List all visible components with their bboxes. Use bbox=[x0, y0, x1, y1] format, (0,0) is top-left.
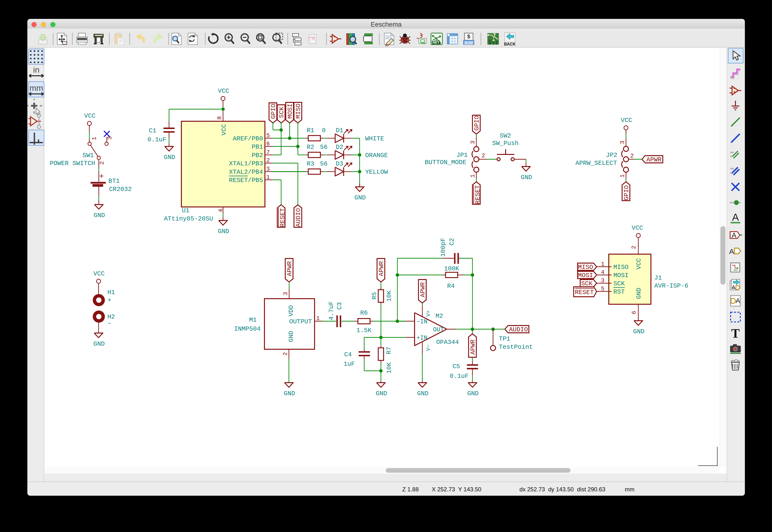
svg-text:R3: R3 bbox=[306, 160, 314, 167]
svg-text:SW2: SW2 bbox=[500, 132, 511, 139]
svg-text:APRW_SELECT: APRW_SELECT bbox=[575, 160, 617, 167]
svg-text:APWR: APWR bbox=[286, 261, 293, 276]
svg-text:56: 56 bbox=[320, 144, 327, 151]
svg-text:C2: C2 bbox=[448, 238, 456, 245]
svg-text:GPIO: GPIO bbox=[270, 104, 277, 119]
svg-text:10K: 10K bbox=[385, 362, 393, 373]
svg-text:A: A bbox=[729, 247, 734, 255]
svg-text:A: A bbox=[732, 212, 739, 223]
svg-text:SCK: SCK bbox=[613, 280, 625, 287]
svg-text:3: 3 bbox=[282, 292, 289, 295]
svg-text:V+: V+ bbox=[426, 310, 432, 317]
svg-text:M2: M2 bbox=[436, 312, 443, 320]
svg-text:RST: RST bbox=[613, 288, 625, 296]
svg-text:JP1: JP1 bbox=[457, 152, 468, 159]
svg-text:7: 7 bbox=[266, 149, 270, 156]
svg-text:VDD: VDD bbox=[287, 305, 295, 317]
svg-text:MOSI: MOSI bbox=[578, 272, 593, 279]
svg-text:10K: 10K bbox=[385, 290, 393, 302]
svg-text:100pF: 100pF bbox=[440, 238, 447, 257]
svg-text:BUTTON_MODE: BUTTON_MODE bbox=[425, 159, 467, 166]
svg-text:MOSI: MOSI bbox=[613, 272, 628, 279]
svg-text:2: 2 bbox=[266, 157, 270, 164]
svg-text:GND: GND bbox=[521, 174, 532, 181]
svg-text:VCC: VCC bbox=[93, 270, 105, 277]
svg-text:C1: C1 bbox=[149, 127, 156, 134]
svg-text:0.1uF: 0.1uF bbox=[147, 136, 166, 143]
svg-text:0.1uF: 0.1uF bbox=[450, 372, 469, 380]
svg-text:PB2: PB2 bbox=[251, 152, 263, 159]
svg-text:in: in bbox=[33, 65, 39, 74]
svg-text:100K: 100K bbox=[444, 265, 460, 272]
svg-text:1: 1 bbox=[601, 261, 604, 267]
svg-text:OUT: OUT bbox=[433, 326, 444, 333]
svg-text:U1: U1 bbox=[182, 207, 189, 214]
svg-text:XTAL1/PB3: XTAL1/PB3 bbox=[229, 160, 263, 167]
svg-text:APWR: APWR bbox=[419, 282, 427, 297]
svg-text:A: A bbox=[732, 231, 736, 239]
svg-text:BOM: BOM bbox=[465, 41, 473, 45]
svg-text:3: 3 bbox=[601, 277, 604, 284]
svg-text:GND: GND bbox=[218, 228, 229, 235]
svg-text:RESET: RESET bbox=[575, 289, 594, 296]
svg-text:D2: D2 bbox=[335, 144, 343, 151]
svg-text:2: 2 bbox=[631, 246, 637, 249]
svg-text:$: $ bbox=[467, 33, 470, 39]
svg-text:GND: GND bbox=[635, 288, 643, 299]
svg-text:5: 5 bbox=[266, 132, 270, 139]
svg-text:V−: V− bbox=[426, 345, 432, 351]
svg-text:POWER SWITCH: POWER SWITCH bbox=[50, 160, 95, 167]
svg-text:0: 0 bbox=[322, 127, 326, 134]
svg-text:56: 56 bbox=[320, 160, 327, 167]
svg-text:8: 8 bbox=[216, 116, 223, 120]
svg-text:TestPoint: TestPoint bbox=[499, 343, 533, 351]
svg-text:PB1: PB1 bbox=[251, 143, 263, 151]
svg-text:AUDIO: AUDIO bbox=[295, 208, 302, 227]
svg-text:2: 2 bbox=[482, 152, 485, 159]
svg-text:JP2: JP2 bbox=[606, 152, 618, 159]
svg-text:3: 3 bbox=[266, 166, 270, 172]
svg-text:ATtiny85-20SU: ATtiny85-20SU bbox=[164, 215, 213, 222]
svg-text:GND: GND bbox=[354, 194, 366, 201]
svg-text:3: 3 bbox=[619, 141, 626, 144]
svg-text:VCC: VCC bbox=[220, 124, 228, 136]
svg-text:RESET: RESET bbox=[474, 185, 482, 204]
svg-text:GND: GND bbox=[633, 328, 645, 335]
svg-text:SCK: SCK bbox=[581, 280, 593, 287]
svg-text:A: A bbox=[736, 297, 740, 304]
svg-text:APWR: APWR bbox=[469, 340, 477, 355]
svg-text:2: 2 bbox=[99, 161, 105, 165]
svg-text:BACK: BACK bbox=[504, 42, 516, 46]
svg-text:C5: C5 bbox=[452, 363, 460, 370]
svg-text:VCC: VCC bbox=[218, 87, 229, 95]
svg-text:T: T bbox=[731, 327, 740, 340]
svg-text:R5: R5 bbox=[371, 292, 378, 299]
svg-text:XTAL2/PB4: XTAL2/PB4 bbox=[229, 168, 263, 176]
svg-text:3: 3 bbox=[470, 141, 476, 144]
svg-text:GND: GND bbox=[467, 390, 479, 397]
svg-text:TP1: TP1 bbox=[499, 335, 510, 342]
svg-text:mm: mm bbox=[30, 83, 43, 92]
svg-text:AREF/PB0: AREF/PB0 bbox=[233, 135, 263, 142]
svg-text:−IN: −IN bbox=[417, 318, 428, 325]
svg-text:3: 3 bbox=[107, 136, 113, 140]
svg-text:VCC: VCC bbox=[84, 112, 96, 120]
svg-text:M1: M1 bbox=[249, 316, 257, 324]
svg-text:CR2032: CR2032 bbox=[109, 186, 132, 193]
svg-text:VCC: VCC bbox=[621, 117, 632, 124]
svg-text:1.5K: 1.5K bbox=[356, 327, 372, 334]
svg-text:C3: C3 bbox=[336, 302, 343, 310]
svg-text:BT1: BT1 bbox=[108, 177, 120, 185]
svg-text:AVR-ISP-6: AVR-ISP-6 bbox=[654, 282, 688, 289]
svg-text:RESET: RESET bbox=[279, 208, 286, 227]
svg-text:NET: NET bbox=[433, 40, 440, 44]
svg-text:GPIO: GPIO bbox=[623, 185, 630, 200]
svg-text:SCK: SCK bbox=[278, 106, 285, 118]
svg-text:APWR: APWR bbox=[378, 261, 385, 276]
svg-text:MISO: MISO bbox=[578, 264, 593, 271]
svg-text:R6: R6 bbox=[360, 309, 367, 317]
svg-text:−: − bbox=[107, 320, 111, 327]
svg-text:SW1: SW1 bbox=[83, 152, 94, 159]
svg-text:MISO: MISO bbox=[613, 264, 628, 271]
svg-text:GND: GND bbox=[284, 390, 295, 397]
